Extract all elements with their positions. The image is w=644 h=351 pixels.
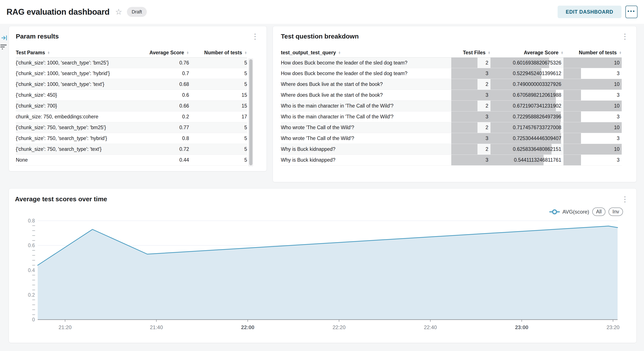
svg-text:0.8: 0.8 [28, 218, 35, 224]
cell-value: 2 [451, 103, 490, 109]
area-chart[interactable]: 00.20.40.60.821:2021:4022:0022:2022:4023… [9, 188, 637, 343]
cell-text: Who is the main character in 'The Call o… [281, 101, 451, 111]
table-row: Who is the main character in 'The Call o… [281, 101, 622, 111]
cell-value: 3 [451, 135, 490, 141]
cell-text: chunk_size: 750, embeddings:cohere [16, 111, 124, 122]
cell-text: Where does Buck live at the start of the… [281, 79, 451, 90]
svg-text:23:00: 23:00 [515, 324, 528, 330]
cell-value: 0.7174576733727008 [490, 125, 564, 130]
table-row: {'chunk_size': 750, 'search_type': 'hybr… [16, 133, 247, 144]
top-bar: RAG evaluation dashboard ☆ Draft EDIT DA… [0, 0, 644, 24]
cell-value: 3 [564, 92, 622, 98]
cell-value: 2 [451, 125, 490, 130]
cell-value: 5 [189, 79, 247, 90]
table-row: {'chunk_size': 450}0.615 [16, 90, 247, 101]
cell-value: 0.7229588826497396 [490, 114, 564, 120]
filter-icon[interactable] [0, 44, 7, 51]
cell-value: 0.2 [124, 111, 189, 122]
cell-text: {'chunk_size': 1000, 'search_type': 'bm2… [16, 57, 124, 68]
edit-dashboard-button[interactable]: EDIT DASHBOARD [558, 6, 622, 18]
cell-value: 0.7253044446309407 [490, 135, 564, 141]
cell-value: 10 [564, 146, 622, 152]
card-menu-kebab-icon[interactable]: ⋮ [620, 33, 630, 40]
table-row: Who wrote 'The Call of the Wild'?30.7253… [281, 133, 622, 144]
cell-value: 0.6258336480862151 [490, 146, 564, 152]
cell-value: 5 [189, 68, 247, 79]
table-row: {'chunk_size': 750, 'search_type': 'bm25… [16, 122, 247, 133]
cell-value: 5 [189, 144, 247, 154]
cell-value: 0.6 [124, 90, 189, 100]
cell-value: 5 [189, 133, 247, 144]
cell-text: {'chunk_size': 750, 'search_type': 'hybr… [16, 133, 124, 144]
cell-value: 3 [451, 70, 490, 76]
column-header-number-of-tests[interactable]: Number of tests ▲▼ [189, 50, 247, 56]
cell-value: 0.5441113246811761 [490, 157, 564, 163]
cell-value: 0.44 [124, 155, 189, 165]
cell-value: 10 [564, 125, 622, 130]
cell-value: 5 [189, 57, 247, 68]
cell-value: 0.7 [124, 68, 189, 79]
sort-icon: ▲▼ [338, 51, 341, 54]
cell-value: 3 [564, 70, 622, 76]
table-row: {'chunk_size': 1000, 'search_type': 'bm2… [16, 57, 247, 68]
table-row: None0.445 [16, 155, 247, 166]
page-title: RAG evaluation dashboard [6, 7, 110, 17]
table-row: Where does Buck live at the start of the… [281, 79, 622, 90]
sort-icon: ▲▼ [47, 51, 50, 54]
svg-text:0.6: 0.6 [28, 243, 35, 248]
cell-text: Where does Buck live at the start of the… [281, 90, 451, 100]
cell-value: 15 [189, 101, 247, 111]
cell-value: 2 [451, 146, 490, 152]
column-header-average-score[interactable]: Average Score ▲▼ [124, 50, 189, 56]
more-options-button[interactable]: ••• [626, 6, 638, 18]
dashboard-page: RAG evaluation dashboard ☆ Draft EDIT DA… [0, 0, 644, 351]
cell-value: 17 [189, 111, 247, 122]
cell-value: 0.72 [124, 144, 189, 154]
svg-text:0.4: 0.4 [28, 268, 35, 273]
column-header-test-params[interactable]: Test Params ▲▼ [16, 50, 124, 56]
card-title-param-results: Param results [16, 33, 59, 40]
question-breakdown-card: Test question breakdown ⋮ test_output_te… [273, 26, 637, 182]
card-menu-kebab-icon[interactable]: ⋮ [250, 33, 260, 40]
cell-value: 0.8 [124, 133, 189, 144]
cell-value: 0.6016938820675326 [490, 60, 564, 66]
cell-value: 3 [564, 114, 622, 120]
cell-value: 0.76 [124, 57, 189, 68]
status-badge: Draft [127, 7, 147, 17]
svg-text:21:40: 21:40 [150, 324, 163, 330]
table-row: {'chunk_size': 750, 'search_type': 'text… [16, 144, 247, 155]
svg-text:23:20: 23:20 [606, 324, 620, 330]
table-row: {'chunk_size': 1000, 'search_type': 'hyb… [16, 68, 247, 79]
cell-value: 10 [564, 81, 622, 87]
sort-icon: ▲▼ [561, 51, 564, 54]
question-breakdown-table: How does Buck become the leader of the s… [281, 57, 622, 166]
table-row: Who is the main character in 'The Call o… [281, 111, 622, 122]
svg-text:22:00: 22:00 [241, 324, 254, 330]
collapse-panel-icon[interactable] [1, 35, 7, 41]
table-row: chunk_size: 750, embeddings:cohere0.217 [16, 111, 247, 122]
column-header-average-score[interactable]: Average Score ▲▼ [490, 50, 564, 56]
cell-value: 5 [189, 122, 247, 133]
column-header-test-query[interactable]: test_output_test_query ▲▼ [281, 50, 451, 56]
table-scrollbar[interactable] [248, 58, 253, 166]
cell-value: 3 [451, 157, 490, 163]
cell-value: 3 [564, 135, 622, 141]
column-header-number-of-tests[interactable]: Number of tests ▲▼ [564, 50, 622, 56]
cell-value: 0.77 [124, 122, 189, 133]
cell-text: {'chunk_size': 450} [16, 90, 124, 100]
cell-text: Who is the main character in 'The Call o… [281, 111, 451, 122]
cell-text: How does Buck become the leader of the s… [281, 68, 451, 79]
cell-text: {'chunk_size': 750, 'search_type': 'text… [16, 144, 124, 154]
column-header-test-files[interactable]: Test Files ▲▼ [451, 50, 490, 56]
cell-value: 0.66 [124, 101, 189, 111]
cell-value: 0.6705898212061988 [490, 92, 564, 98]
svg-text:0.2: 0.2 [28, 292, 35, 298]
cell-text: {'chunk_size': 1000, 'search_type': 'tex… [16, 79, 124, 90]
cell-value: 3 [564, 157, 622, 163]
svg-text:0: 0 [32, 317, 35, 323]
cell-text: Who wrote 'The Call of the Wild'? [281, 133, 451, 144]
svg-text:22:20: 22:20 [332, 324, 346, 330]
cell-value: 5 [189, 155, 247, 165]
favorite-star-icon[interactable]: ☆ [115, 7, 122, 16]
scrollbar-thumb[interactable] [249, 59, 252, 165]
